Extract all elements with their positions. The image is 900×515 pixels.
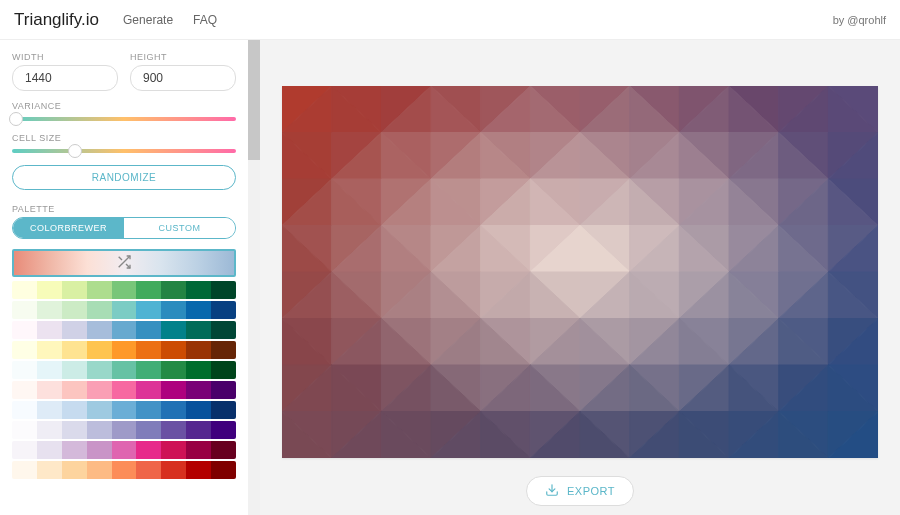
swatch <box>12 341 37 359</box>
swatch <box>62 441 87 459</box>
swatch <box>186 401 211 419</box>
swatch <box>186 441 211 459</box>
swatch <box>37 281 62 299</box>
tab-custom[interactable]: CUSTOM <box>124 218 235 238</box>
swatch <box>37 361 62 379</box>
swatch <box>87 281 112 299</box>
sidebar: WIDTH HEIGHT VARIANCE CELL SIZE RANDOMIZ… <box>0 40 260 515</box>
swatch <box>186 381 211 399</box>
swatch <box>87 421 112 439</box>
export-button[interactable]: EXPORT <box>526 476 634 506</box>
swatch <box>112 321 137 339</box>
swatch <box>37 421 62 439</box>
main: WIDTH HEIGHT VARIANCE CELL SIZE RANDOMIZ… <box>0 40 900 515</box>
swatch <box>62 301 87 319</box>
swatch <box>136 321 161 339</box>
swatch <box>12 301 37 319</box>
swatch <box>136 281 161 299</box>
swatch <box>211 381 236 399</box>
swatch <box>211 441 236 459</box>
swatch <box>62 341 87 359</box>
swatch <box>161 441 186 459</box>
export-label: EXPORT <box>567 485 615 497</box>
swatch <box>136 381 161 399</box>
swatch <box>186 341 211 359</box>
height-input[interactable] <box>130 65 236 91</box>
swatch <box>136 301 161 319</box>
palette-row[interactable] <box>12 361 236 379</box>
nav-faq[interactable]: FAQ <box>193 13 217 27</box>
swatch <box>62 381 87 399</box>
swatch <box>161 421 186 439</box>
palette-row[interactable] <box>12 321 236 339</box>
swatch <box>12 361 37 379</box>
nav-generate[interactable]: Generate <box>123 13 173 27</box>
swatch <box>112 381 137 399</box>
variance-knob[interactable] <box>9 112 23 126</box>
cellsize-slider[interactable] <box>12 149 236 153</box>
palette-row[interactable] <box>12 401 236 419</box>
swatch <box>87 321 112 339</box>
brand-logo[interactable]: Trianglify.io <box>14 10 99 30</box>
swatch <box>112 461 137 479</box>
swatch <box>62 321 87 339</box>
swatch <box>37 401 62 419</box>
swatch <box>112 341 137 359</box>
swatch <box>12 281 37 299</box>
swatch <box>12 321 37 339</box>
byline[interactable]: by @qrohlf <box>833 14 886 26</box>
swatch <box>62 401 87 419</box>
palette-row[interactable] <box>12 381 236 399</box>
swatch <box>211 321 236 339</box>
variance-label: VARIANCE <box>12 101 236 111</box>
swatch <box>161 321 186 339</box>
swatch <box>37 341 62 359</box>
palette-row[interactable] <box>12 461 236 479</box>
tab-colorbrewer[interactable]: COLORBREWER <box>13 218 124 238</box>
swatch <box>136 341 161 359</box>
swatch <box>186 361 211 379</box>
swatch <box>37 321 62 339</box>
swatch <box>161 341 186 359</box>
swatch <box>186 421 211 439</box>
swatch <box>186 301 211 319</box>
scrollbar-track[interactable] <box>248 40 260 515</box>
swatch <box>161 401 186 419</box>
swatch <box>112 301 137 319</box>
swatch <box>211 361 236 379</box>
variance-slider[interactable] <box>12 117 236 121</box>
swatch <box>37 381 62 399</box>
swatch <box>37 441 62 459</box>
swatch <box>161 381 186 399</box>
shuffle-icon <box>116 254 132 273</box>
swatch <box>12 441 37 459</box>
swatch <box>87 401 112 419</box>
swatch <box>136 401 161 419</box>
palette-row[interactable] <box>12 281 236 299</box>
swatch <box>112 401 137 419</box>
cellsize-knob[interactable] <box>68 144 82 158</box>
palette-label: PALETTE <box>12 204 236 214</box>
palette-list <box>12 281 236 479</box>
randomize-button[interactable]: RANDOMIZE <box>12 165 236 190</box>
swatch <box>161 361 186 379</box>
height-label: HEIGHT <box>130 52 236 62</box>
swatch <box>112 361 137 379</box>
cellsize-label: CELL SIZE <box>12 133 236 143</box>
scrollbar-thumb[interactable] <box>248 40 260 160</box>
palette-row[interactable] <box>12 341 236 359</box>
width-input[interactable] <box>12 65 118 91</box>
swatch <box>37 301 62 319</box>
palette-toggle: COLORBREWER CUSTOM <box>12 217 236 239</box>
swatch <box>136 421 161 439</box>
swatch <box>12 401 37 419</box>
swatch <box>136 461 161 479</box>
palette-row[interactable] <box>12 301 236 319</box>
palette-row[interactable] <box>12 441 236 459</box>
swatch <box>87 441 112 459</box>
swatch <box>186 461 211 479</box>
palette-selected[interactable] <box>12 249 236 277</box>
swatch <box>186 321 211 339</box>
palette-row[interactable] <box>12 421 236 439</box>
swatch <box>62 281 87 299</box>
